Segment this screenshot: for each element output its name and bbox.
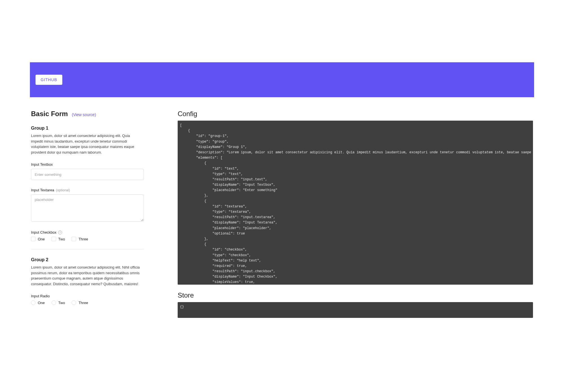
help-icon[interactable]: ? (58, 231, 62, 234)
checkbox-option-label: Three (78, 237, 88, 241)
textarea-optional-tag: (optional) (56, 188, 70, 192)
group2-description: Lorem ipsum, dolor sit amet consectetur … (31, 265, 142, 287)
radio-option-two[interactable]: Two (52, 300, 65, 305)
radio-circle-icon (72, 300, 76, 305)
radio-circle-icon (31, 300, 36, 305)
radio-circle-icon (52, 300, 56, 305)
content-area: Basic Form (View source) Group 1 Lorem i… (31, 110, 533, 325)
page-title: Basic Form (31, 110, 68, 118)
checkbox-option-two[interactable]: Two (52, 237, 65, 241)
textarea-input[interactable] (31, 194, 144, 222)
viewport: GITHUB Basic Form (View source) Group 1 … (0, 0, 564, 392)
checkbox-group: One Two Three (31, 237, 158, 241)
checkbox-option-label: One (38, 237, 45, 241)
checkbox-box-icon (31, 237, 36, 241)
radio-option-three[interactable]: Three (72, 300, 88, 305)
checkbox-label: Input Checkbox (31, 230, 56, 234)
header-bar: GITHUB (30, 62, 534, 97)
radio-label: Input Radio (31, 294, 158, 298)
group-divider (31, 249, 144, 249)
group1-title: Group 1 (31, 126, 158, 131)
panels-column: Config [ { "id": "group-1", "type": "gro… (178, 110, 533, 325)
form-column: Basic Form (View source) Group 1 Lorem i… (31, 110, 158, 325)
radio-option-one[interactable]: One (31, 300, 45, 305)
checkbox-option-three[interactable]: Three (72, 237, 88, 241)
store-panel-title: Store (178, 291, 533, 299)
view-source-link[interactable]: (View source) (72, 112, 96, 117)
page-title-row: Basic Form (View source) (31, 110, 158, 118)
textbox-input[interactable] (31, 169, 144, 180)
checkbox-option-label: Two (58, 237, 65, 241)
group1-description: Lorem ipsum, dolor sit amet consectetur … (31, 133, 142, 155)
group2-title: Group 2 (31, 257, 158, 262)
textarea-label-row: Input Textarea (optional) (31, 188, 158, 192)
github-button[interactable]: GITHUB (36, 75, 62, 85)
radio-option-label: One (38, 301, 45, 305)
config-code-panel[interactable]: [ { "id": "group-1", "type": "group", "d… (178, 121, 533, 285)
textarea-label: Input Textarea (31, 188, 54, 192)
radio-option-label: Three (78, 301, 88, 305)
store-code-panel[interactable]: {} (178, 302, 533, 318)
checkbox-option-one[interactable]: One (31, 237, 45, 241)
checkbox-box-icon (72, 237, 76, 241)
config-panel-title: Config (178, 110, 533, 118)
radio-option-label: Two (58, 301, 65, 305)
textbox-label: Input Textbox (31, 162, 158, 167)
radio-group: One Two Three (31, 300, 158, 305)
checkbox-label-row: Input Checkbox ? (31, 230, 158, 234)
checkbox-box-icon (52, 237, 56, 241)
